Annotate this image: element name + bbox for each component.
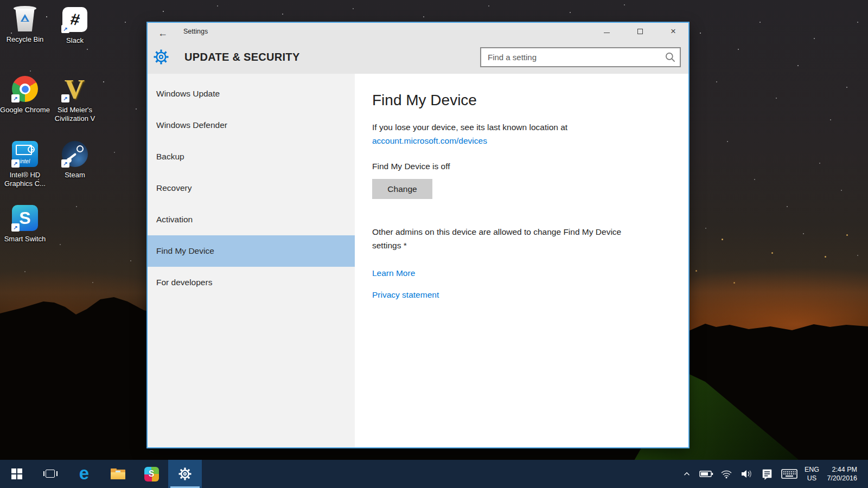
admins-note: Other admins on this device are allowed … [372, 225, 649, 252]
settings-content: Find My Device If you lose your device, … [355, 74, 688, 447]
language-line1: ENG [805, 465, 819, 474]
search-input[interactable] [481, 53, 663, 62]
tray-touch-keyboard-button[interactable] [777, 460, 801, 488]
volume-icon [740, 468, 753, 479]
desktop-icon-civilization-v[interactable]: V↗ Sid Meier's Civilization V [49, 75, 101, 123]
file-explorer-icon [111, 468, 125, 479]
change-button[interactable]: Change [372, 179, 432, 199]
tray-wifi-button[interactable] [717, 460, 736, 488]
taskbar-file-explorer-button[interactable] [101, 460, 135, 488]
sidebar-item-for-developers[interactable]: For developers [148, 267, 355, 298]
desktop: { "colors": { "accent": "#0078d7", "wind… [0, 0, 868, 488]
intro-line: If you lose your device, see its last kn… [372, 123, 567, 132]
clock-date: 7/20/2016 [826, 474, 857, 483]
slack-taskbar-icon: S [144, 467, 159, 481]
desktop-icon-label: Smart Switch [0, 235, 51, 243]
battery-icon [699, 470, 713, 478]
desktop-icon-label: Intel® HD Graphics C... [0, 171, 51, 188]
intro-text: If you lose your device, see its last kn… [372, 120, 643, 147]
taskbar-slack-button[interactable]: S [135, 460, 168, 488]
steam-icon: ↗ [61, 140, 89, 168]
taskbar: e S [0, 460, 868, 488]
shortcut-arrow-icon: ↗ [61, 159, 69, 168]
desktop-icon-label: Slack [49, 36, 101, 45]
tray-battery-button[interactable] [696, 460, 717, 488]
shortcut-arrow-icon: ↗ [11, 223, 20, 232]
status-text: Find My Device is off [372, 159, 667, 173]
slack-icon: #↗ [61, 5, 89, 34]
system-tray: ENG US 2:44 PM 7/20/2016 [678, 460, 868, 488]
desktop-icon-label: Recycle Bin [0, 35, 51, 44]
maximize-icon [637, 29, 643, 34]
tray-action-center-button[interactable] [757, 460, 777, 488]
recycle-bin-icon [11, 4, 39, 33]
taskbar-settings-button[interactable] [168, 460, 202, 488]
start-button[interactable] [0, 460, 34, 488]
language-indicator[interactable]: ENG US [801, 465, 822, 483]
sidebar-item-windows-defender[interactable]: Windows Defender [148, 110, 355, 141]
devices-link[interactable]: account.microsoft.com/devices [372, 134, 487, 147]
content-title: Find My Device [372, 90, 667, 111]
desktop-icon-label: Sid Meier's Civilization V [49, 106, 101, 123]
taskbar-edge-button[interactable]: e [67, 460, 101, 488]
stars-gold [0, 0, 2, 2]
shortcut-arrow-icon: ↗ [11, 159, 20, 168]
desktop-icon-steam[interactable]: ↗ Steam [49, 140, 101, 179]
tray-volume-button[interactable] [736, 460, 757, 488]
close-button[interactable]: × [661, 23, 686, 40]
civilization-v-icon: V↗ [61, 75, 89, 103]
search-icon [663, 50, 678, 65]
window-header-band: ← Settings × UPDATE & SECURITY [148, 23, 688, 74]
action-center-icon [761, 468, 773, 480]
privacy-statement-link[interactable]: Privacy statement [372, 290, 667, 300]
desktop-icon-intel-hd-graphics[interactable]: intel ↗ Intel® HD Graphics C... [0, 140, 51, 188]
desktop-icon-slack[interactable]: #↗ Slack [49, 5, 101, 45]
window-title: Settings [183, 28, 208, 35]
tray-chevron-button[interactable] [678, 460, 696, 488]
page-title: UPDATE & SECURITY [184, 51, 300, 63]
language-line2: US [805, 474, 819, 483]
task-view-button[interactable] [34, 460, 67, 488]
chrome-icon: ↗ [11, 75, 39, 103]
settings-sidebar: Windows Update Windows Defender Backup R… [148, 74, 355, 447]
shortcut-arrow-icon: ↗ [11, 94, 20, 102]
sidebar-item-find-my-device[interactable]: Find My Device [148, 235, 355, 267]
desktop-icon-smart-switch[interactable]: S↗ Smart Switch [0, 204, 51, 243]
edge-icon: e [79, 464, 89, 482]
windows-logo-icon [11, 468, 22, 479]
minimize-button[interactable] [594, 23, 619, 40]
chevron-up-icon [682, 469, 692, 479]
gear-icon [153, 49, 169, 65]
shortcut-arrow-icon: ↗ [61, 25, 69, 33]
task-view-icon [43, 469, 58, 479]
shortcut-arrow-icon: ↗ [61, 94, 69, 102]
desktop-icon-label: Google Chrome [0, 106, 51, 114]
clock-time: 2:44 PM [826, 465, 857, 474]
settings-gear-icon [178, 467, 192, 481]
sidebar-item-backup[interactable]: Backup [148, 141, 355, 172]
smart-switch-icon: S↗ [11, 204, 39, 232]
touch-keyboard-icon [781, 468, 797, 480]
maximize-button[interactable] [628, 23, 653, 40]
desktop-icon-recycle-bin[interactable]: Recycle Bin [0, 4, 51, 44]
back-button[interactable]: ← [154, 25, 171, 41]
desktop-icon-label: Steam [49, 171, 101, 179]
learn-more-link[interactable]: Learn More [372, 268, 667, 278]
sidebar-item-activation[interactable]: Activation [148, 204, 355, 235]
clock[interactable]: 2:44 PM 7/20/2016 [822, 465, 860, 483]
minimize-icon [604, 33, 610, 33]
settings-window: ← Settings × UPDATE & SECURITY [146, 22, 690, 448]
sidebar-item-recovery[interactable]: Recovery [148, 172, 355, 204]
sidebar-item-windows-update[interactable]: Windows Update [148, 78, 355, 110]
intel-graphics-icon: intel ↗ [11, 140, 39, 168]
search-box[interactable] [480, 47, 681, 67]
desktop-icon-google-chrome[interactable]: ↗ Google Chrome [0, 75, 51, 114]
wifi-icon [720, 469, 732, 479]
